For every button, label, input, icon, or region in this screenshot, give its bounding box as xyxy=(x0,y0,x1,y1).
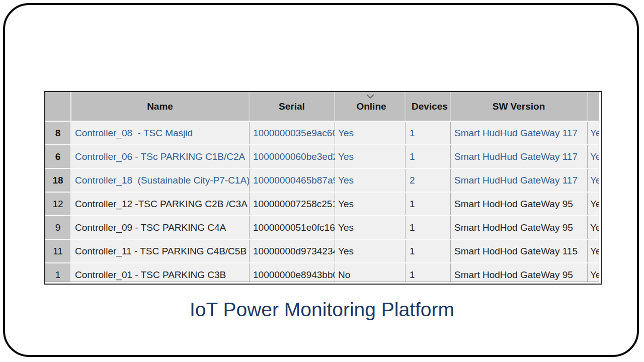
column-header-name[interactable]: Name xyxy=(71,92,250,121)
sw-version-cell: Smart HudHud GateWay 117 xyxy=(451,169,588,192)
column-header-extra xyxy=(588,92,599,121)
table-row[interactable]: 12 Controller_12 -TSC PARKING C2B /C3A 1… xyxy=(45,193,599,216)
devices-cell: 1 xyxy=(406,216,451,239)
extra-cell: Yes xyxy=(588,193,599,215)
row-number-cell: 6 xyxy=(45,145,71,168)
slide-caption: IoT Power Monitoring Platform xyxy=(0,299,644,321)
sw-version-cell: Smart HodHod GateWay 95 xyxy=(451,263,588,282)
devices-cell: 1 xyxy=(406,193,451,215)
extra-cell: Yes xyxy=(588,216,599,239)
column-header-rownum xyxy=(45,92,71,121)
sw-version-cell: Smart HodHod GateWay 115 xyxy=(451,240,588,262)
devices-cell: 1 xyxy=(406,122,451,144)
controllers-grid: Name Serial Online Devices SW Version 8 … xyxy=(45,92,599,282)
controllers-table: Name Serial Online Devices SW Version 8 … xyxy=(44,91,602,285)
table-row[interactable]: 1 Controller_01 - TSC PARKING C3B 100000… xyxy=(45,263,599,282)
devices-cell: 1 xyxy=(406,240,451,262)
name-cell: Controller_08 - TSC Masjid xyxy=(71,122,250,144)
serial-cell: 10000000465b87a9 xyxy=(250,169,335,192)
table-row[interactable]: 11 Controller_11 - TSC PARKING C4B/C5B 1… xyxy=(45,240,599,263)
devices-cell: 1 xyxy=(406,145,451,168)
serial-cell: 100000007258c251 xyxy=(250,193,335,215)
online-cell: Yes xyxy=(335,169,406,192)
extra-cell: Yes xyxy=(588,145,599,168)
table-row[interactable]: 18 Controller_18 (Sustainable City-P7-C1… xyxy=(45,169,599,193)
serial-cell: 10000000e8943bb0 xyxy=(250,263,335,282)
devices-cell: 2 xyxy=(406,169,451,192)
serial-cell: 1000000051e0fc16 xyxy=(250,216,335,239)
column-header-devices[interactable]: Devices xyxy=(406,92,451,121)
name-cell: Controller_18 (Sustainable City-P7-C1A) xyxy=(71,169,250,192)
row-number-cell: 18 xyxy=(45,169,71,192)
online-cell: Yes xyxy=(335,193,406,215)
online-cell: Yes xyxy=(335,240,406,262)
row-number-cell: 12 xyxy=(45,193,71,215)
serial-cell: 10000000d9734234 xyxy=(250,240,335,262)
name-cell: Controller_01 - TSC PARKING C3B xyxy=(71,263,250,282)
name-cell: Controller_09 - TSC PARKING C4A xyxy=(71,216,250,239)
column-header-sw-version[interactable]: SW Version xyxy=(451,92,588,121)
table-row[interactable]: 6 Controller_06 - TSc PARKING C1B/C2A 10… xyxy=(45,145,599,169)
row-number-cell: 8 xyxy=(45,122,71,144)
table-row[interactable]: 8 Controller_08 - TSC Masjid 1000000035e… xyxy=(45,122,599,145)
column-header-serial[interactable]: Serial xyxy=(250,92,335,121)
sw-version-cell: Smart HudHud GateWay 117 xyxy=(451,145,588,168)
chevron-down-icon xyxy=(366,94,375,99)
extra-cell: Yes xyxy=(588,169,599,192)
online-cell: Yes xyxy=(335,145,406,168)
row-number-cell: 11 xyxy=(45,240,71,262)
name-cell: Controller_12 -TSC PARKING C2B /C3A xyxy=(71,193,250,215)
extra-cell: Yes xyxy=(588,240,599,262)
online-cell: Yes xyxy=(335,122,406,144)
table-row[interactable]: 9 Controller_09 - TSC PARKING C4A 100000… xyxy=(45,216,599,240)
table-header-row: Name Serial Online Devices SW Version xyxy=(45,92,599,122)
extra-cell: Yes xyxy=(588,263,599,282)
sw-version-cell: Smart HodHod GateWay 95 xyxy=(451,193,588,215)
sw-version-cell: Smart HudHud GateWay 117 xyxy=(451,122,588,144)
serial-cell: 1000000035e9ac60 xyxy=(250,122,335,144)
name-cell: Controller_06 - TSc PARKING C1B/C2A xyxy=(71,145,250,168)
online-cell: Yes xyxy=(335,216,406,239)
sw-version-cell: Smart HodHod GateWay 95 xyxy=(451,216,588,239)
row-number-cell: 9 xyxy=(45,216,71,239)
devices-cell: 1 xyxy=(406,263,451,282)
extra-cell: Yes xyxy=(588,122,599,144)
name-cell: Controller_11 - TSC PARKING C4B/C5B xyxy=(71,240,250,262)
serial-cell: 1000000060be3ed2 xyxy=(250,145,335,168)
online-cell: No xyxy=(335,263,406,282)
row-number-cell: 1 xyxy=(45,263,71,282)
